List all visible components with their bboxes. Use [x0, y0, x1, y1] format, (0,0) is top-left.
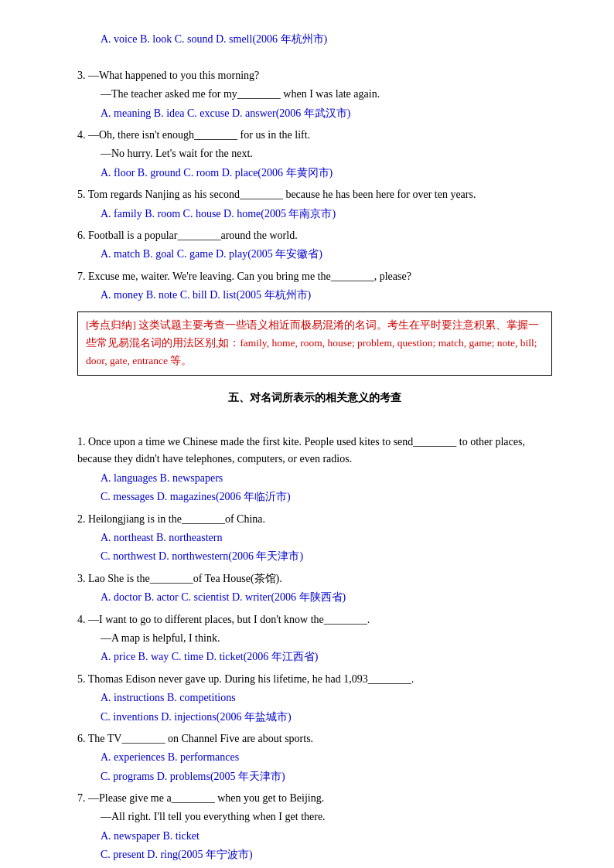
question-6: 6. Football is a popular________around t… — [77, 227, 552, 264]
top-answer-line: A. voice B. look C. sound D. smell(2006 … — [77, 31, 552, 48]
s5q5-line: 5. Thomas Edison never gave up. During h… — [77, 671, 552, 688]
s5-question-4: 4. —I want to go to different places, bu… — [77, 611, 552, 666]
q3-line1: —The teacher asked me for my________ whe… — [77, 86, 552, 103]
question-7: 7. Excuse me, waiter. We're leaving. Can… — [77, 268, 552, 305]
q4-ans: A. floor B. ground C. room D. place(2006… — [77, 165, 552, 182]
q6-line: 6. Football is a popular________around t… — [77, 227, 552, 244]
question-4: 4. —Oh, there isn't enough________ for u… — [77, 127, 552, 182]
q5-ans: A. family B. room C. house D. home(2005 … — [77, 206, 552, 223]
s5q6-line: 6. The TV________ on Channel Five are ab… — [77, 730, 552, 747]
s5-question-6: 6. The TV________ on Channel Five are ab… — [77, 730, 552, 785]
s5-question-1: 1. Once upon a time we Chinese made the … — [77, 434, 552, 506]
page-content: A. voice B. look C. sound D. smell(2006 … — [77, 31, 552, 868]
s5q5-a: A. instructions B. competitions — [77, 689, 552, 706]
q4-line2: —No hurry. Let's wait for the next. — [77, 145, 552, 162]
s5-question-7: 7. —Please give me a________ when you ge… — [77, 790, 552, 864]
s5q3-ans: A. doctor B. actor C. scientist D. write… — [77, 589, 552, 606]
s5q7-a: A. newspaper B. ticket — [77, 828, 552, 845]
q3-header: 3. —What happened to you this morning? — [77, 67, 552, 84]
q6-ans: A. match B. goal C. game D. play(2005 年安… — [77, 246, 552, 263]
s5-question-5: 5. Thomas Edison never gave up. During h… — [77, 671, 552, 726]
s5q4-line: 4. —I want to go to different places, bu… — [77, 611, 552, 628]
summary1-text: [考点归纳] 这类试题主要考查一些语义相近而极易混淆的名词。考生在平时要注意积累… — [86, 319, 539, 366]
s5q7-b: C. present D. ring(2005 年宁波市) — [77, 846, 552, 863]
question-3: 3. —What happened to you this morning? —… — [77, 67, 552, 122]
s5q2-b: C. northwest D. northwestern(2006 年天津市) — [77, 548, 552, 565]
s5q5-b: C. inventions D. injections(2006 年盐城市) — [77, 709, 552, 726]
q5-line: 5. Tom regards Nanjing as his second____… — [77, 186, 552, 203]
question-5: 5. Tom regards Nanjing as his second____… — [77, 186, 552, 223]
s5q3-line: 3. Lao She is the________of Tea House(茶馆… — [77, 570, 552, 587]
q3-ans1: A. meaning B. idea C. excuse D. answer(2… — [77, 105, 552, 122]
s5q6-a: A. experiences B. performances — [77, 749, 552, 766]
s5q6-b: C. programs D. problems(2005 年天津市) — [77, 768, 552, 785]
s5q2-a: A. northeast B. northeastern — [77, 529, 552, 546]
s5q4-ans: A. price B. way C. time D. ticket(2006 年… — [77, 648, 552, 665]
summary-1: [考点归纳] 这类试题主要考查一些语义相近而极易混淆的名词。考生在平时要注意积累… — [77, 311, 552, 376]
s5-question-2: 2. Heilongjiang is in the________of Chin… — [77, 511, 552, 566]
s5q4-line2: —A map is helpful, I think. — [77, 630, 552, 647]
q7-ans: A. money B. note C. bill D. list(2005 年杭… — [77, 287, 552, 304]
q4-line: 4. —Oh, there isn't enough________ for u… — [77, 127, 552, 144]
s5q1-line: 1. Once upon a time we Chinese made the … — [77, 434, 552, 468]
section5-title: 五、对名词所表示的相关意义的考查 — [77, 390, 552, 407]
s5q2-line: 2. Heilongjiang is in the________of Chin… — [77, 511, 552, 528]
s5q7-line: 7. —Please give me a________ when you ge… — [77, 790, 552, 807]
s5q7-line2: —All right. I'll tell you everything whe… — [77, 808, 552, 825]
s5q1-b: C. messages D. magazines(2006 年临沂市) — [77, 488, 552, 505]
s5q1-a: A. languages B. newspapers — [77, 470, 552, 487]
s5-question-3: 3. Lao She is the________of Tea House(茶馆… — [77, 570, 552, 607]
q7-line: 7. Excuse me, waiter. We're leaving. Can… — [77, 268, 552, 285]
